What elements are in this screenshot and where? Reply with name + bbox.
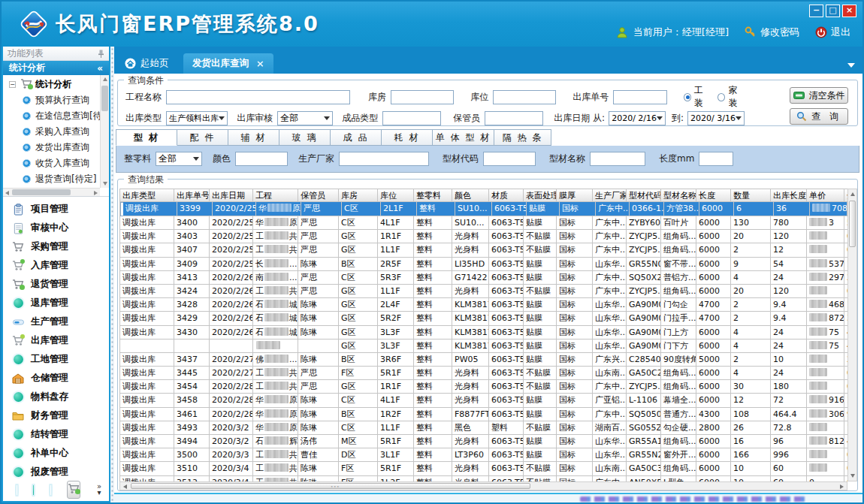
column-header[interactable]: 单价 xyxy=(807,189,844,202)
column-header[interactable]: 生产厂家 xyxy=(593,189,627,202)
table-row[interactable]: 调拨出库34542020/2/28工共工程严思G区1R1F整料光身料6063-T… xyxy=(120,380,847,394)
table-row[interactable]: 调拨出库35122020/3/4工共工程陈琳F区1L2F整料光身料6063-T5… xyxy=(120,476,847,481)
table-row[interactable]: 调拨出库35002020/3/3工共工程曹佳D区3L1F整料LT3P606063… xyxy=(120,448,847,462)
material-tab-2[interactable]: 辅 材 xyxy=(228,129,279,146)
table-row[interactable]: 调拨出库33992020/2/25华原...严思C区2L1F整料SU10...6… xyxy=(120,202,847,216)
table-row[interactable]: 调拨出库34282020/2/26石城陈琳G区2L4F整料KLM38176063… xyxy=(120,298,847,312)
table-row[interactable]: 调拨出库34032020/2/25工共工程严思G区1R1F整料光身料6063-T… xyxy=(120,230,847,243)
material-tab-6[interactable]: 单 体 型 材 xyxy=(433,129,494,146)
tree-item[interactable]: 发货出库查询 xyxy=(3,140,100,155)
table-row[interactable]: 调拨出库34072020/2/25工共工程严思G区1L1F整料光身料6063-T… xyxy=(120,243,847,257)
part-whole-select[interactable]: 全部 xyxy=(156,152,202,166)
table-vertical-scrollbar[interactable] xyxy=(847,189,857,481)
table-row[interactable]: 调拨出库35102020/3/4工共工程陈琳F区5R1F整料光身料6063-T5… xyxy=(120,462,847,475)
pin-icon[interactable] xyxy=(98,50,104,58)
outbound-order-no-input[interactable] xyxy=(613,90,666,104)
minimize-button[interactable]: − xyxy=(809,5,823,17)
tab-close-icon[interactable]: × xyxy=(256,58,264,69)
sidebar-item-结转管理[interactable]: 结转管理 xyxy=(3,425,109,444)
change-password-button[interactable]: 修改密码 xyxy=(745,26,799,39)
date-to-picker[interactable]: 2020/ 3/16 xyxy=(687,111,745,125)
table-row[interactable]: 调拨出库34372020/2/27佛...陈琳B区3R6F整料PW056063-… xyxy=(120,353,847,367)
tree-item[interactable]: 采购入库查询 xyxy=(3,124,100,140)
column-header[interactable]: 材质 xyxy=(489,189,524,202)
column-header[interactable]: 型材名称 xyxy=(661,189,696,202)
search-button[interactable]: 查 询 xyxy=(790,108,848,125)
outbound-audit-select[interactable]: 全部 xyxy=(277,111,333,125)
radio-gongzhuang[interactable]: 工装 xyxy=(684,84,711,110)
logout-button[interactable]: 退出 xyxy=(815,26,850,39)
sidebar-item-入库管理[interactable]: 入库管理 xyxy=(3,256,109,275)
sidebar-item-财务管理[interactable]: 财务管理 xyxy=(3,406,109,425)
close-button[interactable]: × xyxy=(842,5,856,17)
sidebar-item-报废管理[interactable]: 报废管理 xyxy=(3,463,109,481)
warehouse-input[interactable] xyxy=(391,90,454,104)
section-header-statistics[interactable]: 统计分析 « xyxy=(3,61,109,75)
sidebar-item-退库管理[interactable]: 退库管理 xyxy=(3,294,109,312)
maximize-button[interactable]: □ xyxy=(826,5,840,17)
material-tab-1[interactable]: 配 件 xyxy=(177,129,228,146)
tree-horizontal-scrollbar[interactable] xyxy=(3,188,100,196)
table-row[interactable]: 调拨出库34942020/3/2石辉城汤伟M区5R1F整料光身料6063-T5贴… xyxy=(120,435,847,448)
column-header[interactable]: 整零料 xyxy=(414,189,452,202)
collapse-icon[interactable]: « xyxy=(97,63,103,74)
sidebar-item-采购管理[interactable]: 采购管理 xyxy=(3,237,109,256)
material-tab-4[interactable]: 成 品 xyxy=(331,129,382,146)
column-header[interactable]: 型材代码 xyxy=(627,189,661,202)
column-header[interactable]: 长度 xyxy=(696,189,731,202)
column-header[interactable]: 保管员 xyxy=(298,189,339,202)
profile-code-input[interactable] xyxy=(483,152,536,166)
project-name-input[interactable] xyxy=(166,90,350,104)
column-header[interactable]: 出库长度 xyxy=(771,189,807,202)
tree-root-statistics[interactable]: − 统计分析 xyxy=(3,77,100,92)
sidebar-item-审核中心[interactable]: 审核中心 xyxy=(3,219,109,237)
manufacturer-input[interactable] xyxy=(339,152,429,166)
sidebar-item-仓储管理[interactable]: 仓储管理 xyxy=(3,369,109,388)
column-header[interactable]: 出库类型 xyxy=(120,189,174,202)
table-row[interactable]: 调拨出库34242020/2/26工共工程严思G区1L1F整料光身料6063-T… xyxy=(120,285,847,298)
sidebar-item-补单中心[interactable]: 补单中心 xyxy=(3,444,109,463)
column-header[interactable]: 工程 xyxy=(253,189,298,202)
tree-vertical-scrollbar[interactable] xyxy=(100,75,109,188)
column-header[interactable]: 出库日期 xyxy=(210,189,253,202)
tree-item[interactable]: 收货入库查询 xyxy=(3,155,100,171)
cart-toolbar-button[interactable] xyxy=(67,481,80,499)
outbound-type-select[interactable]: 生产领料出库 xyxy=(166,111,228,125)
table-row[interactable]: 调拨出库34932020/3/2华原...陈琳C区1L1F整料黑色塑料不贴膜国标… xyxy=(120,421,847,435)
material-tab-5[interactable]: 耗 材 xyxy=(382,129,433,146)
table-row[interactable]: 调拨出库34582020/2/28华原...陈琳C区4L1F整料光身料6063-… xyxy=(120,394,847,407)
table-horizontal-scrollbar[interactable] xyxy=(119,481,847,490)
table-row[interactable]: 调拨出库34452020/2/27工共工程严思F区5R1F整料光身料6063-T… xyxy=(120,367,847,380)
material-tab-3[interactable]: 玻 璃 xyxy=(279,129,331,146)
column-header[interactable]: 颜色 xyxy=(452,189,489,202)
tab-overflow-chevron-icon[interactable] xyxy=(847,63,855,68)
table-row[interactable]: 调拨出库34302020/2/26石城陈琳G区3L3F整料KLM38176063… xyxy=(120,326,847,340)
tab-home[interactable]: 起始页 xyxy=(116,53,178,74)
color-input[interactable] xyxy=(235,152,288,166)
sidebar-item-物料盘存[interactable]: 物料盘存 xyxy=(3,388,109,406)
table-row[interactable]: 调拨出库34092020/2/25长...陈琳B区2R5F整料LI35HD606… xyxy=(120,258,847,271)
table-row[interactable]: G区3L3F整料KLM38176063-T5贴膜国标山东华...GA90M09.… xyxy=(120,340,847,353)
sidebar-item-退货管理[interactable]: 退货管理 xyxy=(3,275,109,294)
material-tab-0[interactable]: 型 材 xyxy=(116,129,177,146)
tree-item[interactable]: 退货查询[待定] xyxy=(3,171,100,187)
more-buttons-chevron[interactable]: »▾ xyxy=(97,484,101,496)
tree-item[interactable]: 预算执行查询 xyxy=(3,92,100,108)
table-row[interactable]: 调拨出库34002020/2/25华原...严思C区4L1F整料SU10...6… xyxy=(120,216,847,230)
column-header[interactable]: 库位 xyxy=(378,189,414,202)
material-tab-7[interactable]: 隔 热 条 xyxy=(494,129,551,146)
sidebar-item-出库管理[interactable]: 出库管理 xyxy=(3,331,109,350)
location-input[interactable] xyxy=(493,90,556,104)
clear-conditions-button[interactable]: 清空条件 xyxy=(790,87,848,104)
table-row[interactable]: 调拨出库34132020/2/26南...严思C区5R3F整料G71422606… xyxy=(120,271,847,285)
table-row[interactable]: 调拨出库34612020/2/28华原...陈琳B区1R2F整料F8877FT6… xyxy=(120,408,847,421)
date-from-picker[interactable]: 2020/ 2/16 xyxy=(609,111,666,125)
radio-jiazhuang[interactable]: 家装 xyxy=(717,84,745,110)
product-type-input[interactable] xyxy=(382,111,441,125)
tree-expander-icon[interactable]: − xyxy=(9,81,16,88)
length-input[interactable] xyxy=(699,152,733,166)
column-header[interactable]: 库房 xyxy=(339,189,378,202)
column-header[interactable]: 出库单号 xyxy=(174,189,210,202)
table-row[interactable]: 调拨出库34292020/2/26石城陈琳G区5R2F整料KLM38176063… xyxy=(120,312,847,325)
sidebar-item-项目管理[interactable]: 项目管理 xyxy=(3,200,109,219)
